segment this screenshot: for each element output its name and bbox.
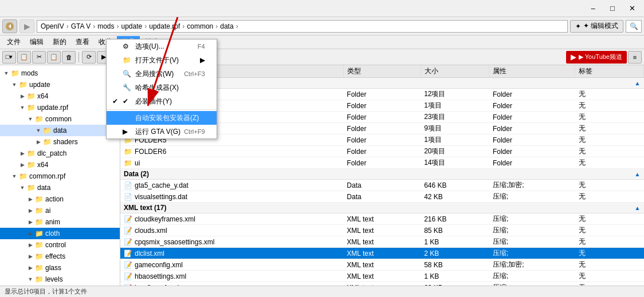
toolbar-view-btn[interactable]: ≡ bbox=[628, 51, 642, 64]
tree-item-commonrpf[interactable]: ▼ 📁 common.rpf bbox=[0, 171, 120, 182]
tree-item-ai[interactable]: ▶ 📁 ai bbox=[0, 205, 120, 216]
tree-label: common bbox=[45, 115, 72, 123]
file-tag: 无 bbox=[575, 259, 644, 271]
menu-item-label: 哈希生成器(X) bbox=[135, 83, 179, 93]
forward-button[interactable]: ▶ bbox=[19, 19, 34, 33]
file-type: Folder bbox=[343, 100, 421, 112]
menu-view[interactable]: 查看 bbox=[71, 36, 94, 49]
dropdown-item-auto-install[interactable]: 自动安装包安装器(Z) bbox=[107, 111, 217, 125]
file-attr: Folder bbox=[489, 89, 575, 100]
toolbar-paste-btn[interactable]: 📋 bbox=[47, 51, 61, 64]
table-row[interactable]: 📝cpqsmix_ssaosettings.xml XML text 1 KB … bbox=[120, 236, 644, 248]
title-bar: – □ ✕ bbox=[0, 0, 644, 17]
tree-label: control bbox=[45, 241, 66, 249]
menu-separator bbox=[107, 109, 217, 110]
table-row[interactable]: 📝gameconfig.xml XML text 58 KB 压缩;加密; 无 bbox=[120, 259, 644, 271]
expand-icon: ▶ bbox=[18, 149, 26, 157]
tree-item-data[interactable]: ▼ 📁 data bbox=[0, 125, 120, 136]
folder-icon: 📁 bbox=[10, 69, 19, 78]
toolbar-refresh-btn[interactable]: ⟳ bbox=[82, 51, 96, 64]
file-name: 📝cloudkeyframes.xml bbox=[120, 213, 343, 225]
col-tag[interactable]: 标签 bbox=[575, 65, 644, 78]
expand-icon: ▶ bbox=[18, 92, 26, 100]
col-attr[interactable]: 属性 bbox=[489, 65, 575, 78]
dropdown-item-global-search[interactable]: 🔍全局搜索(W)Ctrl+F3 bbox=[107, 67, 217, 81]
file-tag: 无 bbox=[575, 100, 644, 112]
col-type[interactable]: 类型 bbox=[343, 65, 421, 78]
tree-item-x64[interactable]: ▶ 📁 x64 bbox=[0, 90, 120, 102]
tree-item-shaders[interactable]: ▶ 📁 shaders bbox=[0, 136, 120, 148]
dropdown-item-options[interactable]: ⚙选项(U)...F4 bbox=[107, 39, 217, 53]
file-type: Folder bbox=[343, 134, 421, 146]
search-box[interactable]: 🔍 bbox=[626, 20, 642, 33]
tree-item-action[interactable]: ▶ 📁 action bbox=[0, 193, 120, 205]
tree-item-control[interactable]: ▶ 📁 control bbox=[0, 239, 120, 251]
toolbar-new-btn[interactable]: □▾ bbox=[2, 51, 16, 64]
tree-label: x64 bbox=[37, 161, 48, 169]
path-updaterpf: update.rpf bbox=[149, 22, 180, 30]
tree-item-common[interactable]: ▼ 📁 common bbox=[0, 113, 120, 125]
menu-new[interactable]: 新的 bbox=[48, 36, 71, 49]
tree-item-glass[interactable]: ▶ 📁 glass bbox=[0, 262, 120, 274]
dropdown-item-hash-gen[interactable]: 🔧哈希生成器(X) bbox=[107, 81, 217, 94]
tree-item-update[interactable]: ▼ 📁 update bbox=[0, 79, 120, 90]
table-row[interactable]: 📁FOLDER6 Folder 20项目 Folder 无 bbox=[120, 146, 644, 157]
tree-label: cloth bbox=[45, 229, 60, 237]
tree-item-levels[interactable]: ▼ 📁 levels bbox=[0, 274, 120, 285]
tree-item-x64-2[interactable]: ▶ 📁 x64 bbox=[0, 159, 120, 171]
minimize-button[interactable]: – bbox=[583, 2, 603, 15]
table-row[interactable]: 📝dlclist.xml XML text 2 KB 压缩; 无 bbox=[120, 248, 644, 259]
menu-item-icon: 🔍 bbox=[123, 70, 132, 78]
address-path[interactable]: OpenIV › GTA V › mods › update › update.… bbox=[37, 20, 568, 33]
col-size[interactable]: 大小 bbox=[421, 65, 489, 78]
youtube-icon: ▶ bbox=[571, 53, 576, 61]
file-type: Folder bbox=[343, 112, 421, 123]
tree-item-effects[interactable]: ▶ 📁 effects bbox=[0, 251, 120, 262]
tree-label: ai bbox=[45, 207, 50, 215]
dropdown-item-open-in[interactable]: 📁打开文件于(V)▶ bbox=[107, 53, 217, 67]
section-header-row: Data (2)▲ bbox=[120, 169, 644, 180]
close-button[interactable]: ✕ bbox=[622, 2, 642, 15]
path-update: update bbox=[121, 22, 143, 30]
youtube-button[interactable]: ▶ ▶ YouTube频道 bbox=[566, 51, 627, 64]
expand-icon: ▼ bbox=[10, 81, 18, 89]
table-row[interactable]: 📝clouds.xml XML text 85 KB 压缩; 无 bbox=[120, 225, 644, 236]
back-button[interactable] bbox=[2, 19, 17, 33]
file-size: 85 KB bbox=[421, 225, 489, 236]
menu-edit[interactable]: 编辑 bbox=[25, 36, 48, 49]
table-row[interactable]: 📝cloudkeyframes.xml XML text 216 KB 压缩; … bbox=[120, 213, 644, 225]
expand-icon: ▼ bbox=[18, 104, 26, 112]
menu-item-icon: 🔧 bbox=[123, 84, 132, 92]
tree-item-anim[interactable]: ▶ 📁 anim bbox=[0, 216, 120, 228]
menu-file[interactable]: 文件 bbox=[2, 36, 25, 49]
edit-mode-button[interactable]: ✦ ✦ 编辑模式 bbox=[570, 20, 623, 33]
file-size: 2 KB bbox=[421, 248, 489, 259]
maximize-button[interactable]: □ bbox=[603, 2, 622, 15]
toolbar-copy-btn[interactable]: 📋 bbox=[17, 51, 31, 64]
tree-item-updaterpf[interactable]: ▼ 📁 update.rpf bbox=[0, 102, 120, 113]
table-row[interactable]: 📄gta5_cache_y.dat Data 646 KB 压缩;加密; 无 bbox=[120, 180, 644, 191]
dropdown-item-run-gta[interactable]: ▶运行 GTA V(G)Ctrl+F9 bbox=[107, 125, 217, 138]
table-row[interactable]: 📁ui Folder 14项目 Folder 无 bbox=[120, 157, 644, 169]
tree-item-dlcpatch[interactable]: ▶ 📁 dlc_patch bbox=[0, 148, 120, 159]
file-name: 📁ui bbox=[120, 157, 343, 169]
toolbar-delete-btn[interactable]: 🗑 bbox=[62, 51, 76, 64]
table-row[interactable]: 📝hbaosettings.xml XML text 1 KB 压缩; 无 bbox=[120, 271, 644, 282]
dropdown-item-required-plugins[interactable]: ✔✔必装插件(Y) bbox=[107, 94, 217, 108]
address-bar: ▶ OpenIV › GTA V › mods › update › updat… bbox=[0, 17, 644, 35]
file-attr: 压缩; bbox=[489, 271, 575, 282]
file-type: Folder bbox=[343, 89, 421, 100]
table-row[interactable]: 📄visualsettings.dat Data 42 KB 压缩; 无 bbox=[120, 191, 644, 203]
file-tag: 无 bbox=[575, 89, 644, 100]
file-attr: 压缩; bbox=[489, 191, 575, 203]
tree-item-mods[interactable]: ▼ 📁 mods bbox=[0, 68, 120, 79]
file-attr: Folder bbox=[489, 134, 575, 146]
menu-item-label: 自动安装包安装器(Z) bbox=[135, 113, 199, 123]
window-controls: – □ ✕ bbox=[583, 2, 642, 15]
tree-item-cloth[interactable]: ▶ 📁 cloth bbox=[0, 228, 120, 239]
toolbar-cut-btn[interactable]: ✂ bbox=[32, 51, 46, 64]
tree-item-data2[interactable]: ▼ 📁 data bbox=[0, 182, 120, 193]
file-attr: Folder bbox=[489, 123, 575, 134]
main-content: ▼ 📁 mods ▼ 📁 update ▶ 📁 x64 ▼ 📁 update.r… bbox=[0, 65, 644, 286]
expand-icon: ▶ bbox=[26, 241, 34, 249]
